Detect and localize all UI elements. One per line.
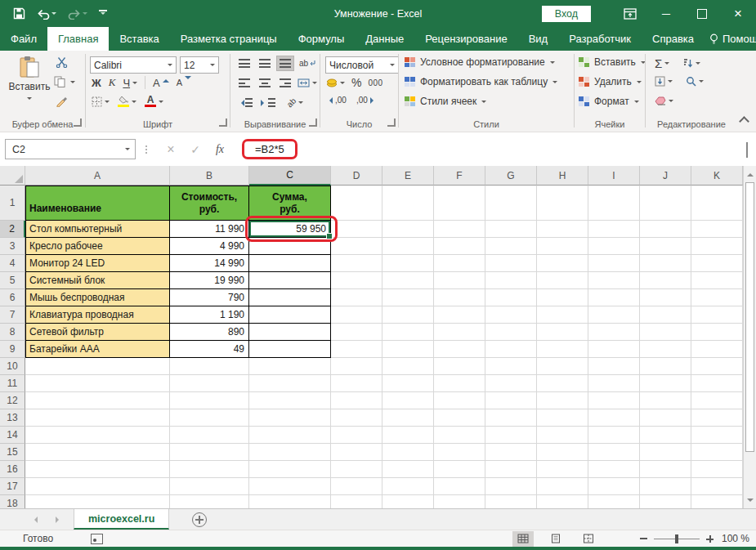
cell-K15[interactable] xyxy=(691,444,743,461)
close-button[interactable]: × xyxy=(720,0,756,27)
cell-A2[interactable]: Стол компьютерный xyxy=(25,221,170,238)
cell-A17[interactable] xyxy=(25,478,170,495)
assistant-tab[interactable]: Помощн xyxy=(705,33,756,45)
formula-input[interactable]: =B2*5 xyxy=(242,139,297,159)
cell-G4[interactable] xyxy=(485,255,537,272)
confirm-entry-icon[interactable]: ✓ xyxy=(183,143,208,156)
cell-K16[interactable] xyxy=(691,461,743,478)
cell-B3[interactable]: 4 990 xyxy=(170,238,249,255)
cell-D11[interactable] xyxy=(331,375,382,392)
grow-font-button[interactable]: А xyxy=(153,77,169,89)
vertical-scroll-thumb[interactable] xyxy=(745,182,754,452)
cell-F11[interactable] xyxy=(434,375,485,392)
cell-J13[interactable] xyxy=(640,409,691,427)
cell-styles-button[interactable]: Стили ячеек xyxy=(405,96,486,107)
cell-D18[interactable] xyxy=(331,495,382,508)
scroll-up-icon[interactable] xyxy=(744,166,756,180)
new-sheet-icon[interactable] xyxy=(192,512,207,527)
cell-C14[interactable] xyxy=(249,427,331,444)
cell-I4[interactable] xyxy=(588,255,640,272)
save-icon[interactable] xyxy=(13,7,25,20)
zoom-slider[interactable] xyxy=(654,539,700,539)
cell-B1[interactable]: Стоимость, руб. xyxy=(170,186,249,221)
column-header-H[interactable]: H xyxy=(537,166,588,186)
cell-I12[interactable] xyxy=(588,392,640,409)
cell-F3[interactable] xyxy=(434,238,485,255)
row-header-3[interactable]: 3 xyxy=(0,238,25,255)
zoom-level[interactable]: 100 % xyxy=(720,533,749,544)
cell-J14[interactable] xyxy=(640,427,691,444)
cell-E7[interactable] xyxy=(382,306,434,324)
cell-I9[interactable] xyxy=(588,341,640,358)
shrink-font-button[interactable]: А xyxy=(177,78,191,87)
cell-I13[interactable] xyxy=(588,409,640,427)
cell-K10[interactable] xyxy=(691,358,743,375)
cell-I10[interactable] xyxy=(588,358,640,375)
cell-A4[interactable]: Монитор 24 LED xyxy=(25,255,170,272)
find-select-button[interactable] xyxy=(686,76,704,87)
previous-sheet-icon[interactable] xyxy=(31,516,38,523)
zoom-out-icon[interactable] xyxy=(640,538,647,539)
cell-H17[interactable] xyxy=(537,478,588,495)
cell-H16[interactable] xyxy=(537,461,588,478)
column-header-E[interactable]: E xyxy=(382,166,434,186)
cell-B17[interactable] xyxy=(170,478,249,495)
cell-B4[interactable]: 14 990 xyxy=(170,255,249,272)
vertical-scrollbar[interactable] xyxy=(743,166,756,508)
clipboard-dialog-launcher-icon[interactable] xyxy=(74,118,82,127)
row-header-5[interactable]: 5 xyxy=(0,272,25,289)
cell-F14[interactable] xyxy=(434,427,485,444)
cell-A5[interactable]: Системный блок xyxy=(25,272,170,289)
cell-B14[interactable] xyxy=(170,427,249,444)
cell-D12[interactable] xyxy=(331,392,382,409)
ribbon-tab-3[interactable]: Разметка страницы xyxy=(170,27,288,51)
cell-D1[interactable] xyxy=(331,186,382,221)
cell-C18[interactable] xyxy=(249,495,331,508)
column-header-A[interactable]: A xyxy=(25,166,170,186)
cell-J11[interactable] xyxy=(640,375,691,392)
cell-E4[interactable] xyxy=(382,255,434,272)
column-header-G[interactable]: G xyxy=(485,166,537,186)
cell-F18[interactable] xyxy=(434,495,485,508)
cell-C3[interactable] xyxy=(249,238,331,255)
cell-J12[interactable] xyxy=(640,392,691,409)
row-header-2[interactable]: 2 xyxy=(0,221,25,238)
cell-E14[interactable] xyxy=(382,427,434,444)
cell-H2[interactable] xyxy=(537,221,588,238)
cell-J1[interactable] xyxy=(640,186,691,221)
cell-A7[interactable]: Клавиатура проводная xyxy=(25,306,170,324)
collapse-ribbon-icon[interactable] xyxy=(739,116,749,127)
cell-J18[interactable] xyxy=(640,495,691,508)
row-header-1[interactable]: 1 xyxy=(0,186,25,221)
cell-B10[interactable] xyxy=(170,358,249,375)
cell-H10[interactable] xyxy=(537,358,588,375)
number-dialog-launcher-icon[interactable] xyxy=(387,118,396,127)
ribbon-tab-0[interactable]: Файл xyxy=(0,27,47,51)
cell-C4[interactable] xyxy=(249,255,331,272)
cell-C17[interactable] xyxy=(249,478,331,495)
row-header-6[interactable]: 6 xyxy=(0,289,25,306)
cell-C12[interactable] xyxy=(249,392,331,409)
font-size-combo[interactable]: 12 xyxy=(180,56,219,74)
cell-D5[interactable] xyxy=(331,272,382,289)
cell-E6[interactable] xyxy=(382,289,434,306)
cell-I15[interactable] xyxy=(588,444,640,461)
cell-C16[interactable] xyxy=(249,461,331,478)
cell-C6[interactable] xyxy=(249,289,331,306)
ribbon-tab-5[interactable]: Данные xyxy=(355,27,414,51)
ribbon-tab-6[interactable]: Рецензирование xyxy=(414,27,517,51)
cell-C7[interactable] xyxy=(249,306,331,324)
cell-C13[interactable] xyxy=(249,409,331,427)
cell-G14[interactable] xyxy=(485,427,537,444)
page-break-view-button[interactable] xyxy=(578,531,599,547)
column-header-D[interactable]: D xyxy=(331,166,382,186)
cell-B15[interactable] xyxy=(170,444,249,461)
cell-D3[interactable] xyxy=(331,238,382,255)
cell-F4[interactable] xyxy=(434,255,485,272)
cell-A11[interactable] xyxy=(25,375,170,392)
column-header-J[interactable]: J xyxy=(640,166,691,186)
cell-C11[interactable] xyxy=(249,375,331,392)
row-header-9[interactable]: 9 xyxy=(0,341,25,358)
format-as-table-button[interactable]: Форматировать как таблицу xyxy=(405,76,557,87)
insert-function-icon[interactable]: fx xyxy=(208,143,232,156)
